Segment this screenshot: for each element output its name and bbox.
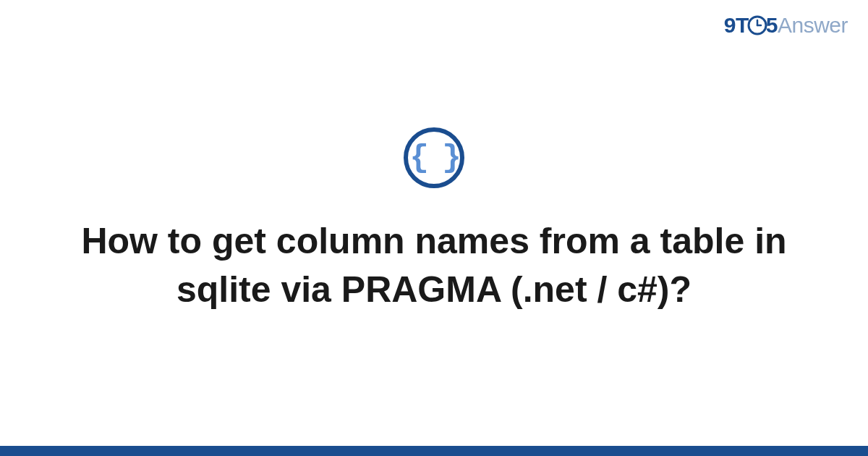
question-title: How to get column names from a table in … xyxy=(65,217,803,315)
footer-accent-bar xyxy=(0,446,868,456)
main-content: { } How to get column names from a table… xyxy=(0,0,868,456)
category-badge-wrapper: { } xyxy=(404,127,464,188)
code-braces-icon: { } xyxy=(409,142,458,174)
category-badge: { } xyxy=(404,127,464,188)
